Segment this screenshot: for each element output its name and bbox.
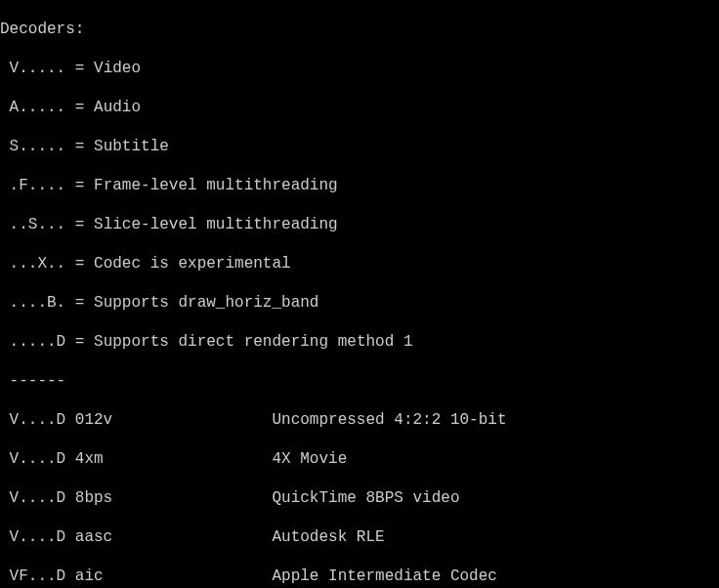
legend-line: ...X.. = Codec is experimental xyxy=(0,254,719,273)
legend-line: .....D = Supports direct rendering metho… xyxy=(0,332,719,352)
terminal-output: Decoders: V..... = Video A..... = Audio … xyxy=(0,0,719,588)
legend-line: ..S... = Slice-level multithreading xyxy=(0,215,719,234)
decoder-row: V....D 012v Uncompressed 4:2:2 10-bit xyxy=(0,410,719,430)
decoder-desc: Apple Intermediate Codec xyxy=(272,567,496,585)
decoder-row: V....D 4xm 4X Movie xyxy=(0,449,719,469)
legend-line: V..... = Video xyxy=(0,59,719,78)
legend-desc: Supports direct rendering method 1 xyxy=(94,333,412,351)
decoder-desc: Uncompressed 4:2:2 10-bit xyxy=(272,411,506,429)
decoder-row: V....D aasc Autodesk RLE xyxy=(0,527,719,547)
decoder-flags: VF...D xyxy=(0,567,75,585)
legend-flags: ...X.. xyxy=(0,255,65,273)
legend-flags: .F.... xyxy=(0,177,65,194)
legend-desc: Codec is experimental xyxy=(94,255,291,273)
legend-eq: = xyxy=(65,333,94,351)
legend-eq: = xyxy=(65,99,94,116)
separator-line: ------ xyxy=(0,371,719,391)
decoder-flags: V....D xyxy=(0,450,75,468)
legend-eq: = xyxy=(65,177,94,194)
legend-desc: Slice-level multithreading xyxy=(94,216,338,233)
decoder-name: 8bps xyxy=(75,489,273,507)
decoder-name: 4xm xyxy=(75,450,273,468)
decoder-flags: V....D xyxy=(0,489,75,507)
legend-line: A..... = Audio xyxy=(0,98,719,117)
decoder-flags: V....D xyxy=(0,528,75,546)
legend-eq: = xyxy=(65,60,94,77)
legend-flags: ....B. xyxy=(0,294,65,312)
legend-eq: = xyxy=(65,255,94,273)
decoder-desc: 4X Movie xyxy=(272,450,347,468)
legend-line: ....B. = Supports draw_horiz_band xyxy=(0,293,719,313)
legend-line: S..... = Subtitle xyxy=(0,137,719,156)
decoder-name: aasc xyxy=(75,528,273,546)
legend-line: .F.... = Frame-level multithreading xyxy=(0,176,719,195)
legend-desc: Supports draw_horiz_band xyxy=(94,294,318,312)
legend-desc: Subtitle xyxy=(94,138,169,155)
legend-flags: .....D xyxy=(0,333,65,351)
legend-eq: = xyxy=(65,294,94,312)
legend-desc: Frame-level multithreading xyxy=(94,177,338,194)
decoder-name: aic xyxy=(75,567,273,585)
decoder-desc: Autodesk RLE xyxy=(272,528,384,546)
legend-eq: = xyxy=(65,216,94,233)
legend-flags: V..... xyxy=(0,60,65,77)
decoders-title: Decoders: xyxy=(0,20,719,39)
legend-flags: ..S... xyxy=(0,216,65,233)
decoder-desc: QuickTime 8BPS video xyxy=(272,489,459,507)
legend-flags: S..... xyxy=(0,138,65,155)
decoder-row: V....D 8bps QuickTime 8BPS video xyxy=(0,488,719,508)
decoder-flags: V....D xyxy=(0,411,75,429)
legend-desc: Video xyxy=(94,60,141,77)
decoder-name: 012v xyxy=(75,411,273,429)
legend-desc: Audio xyxy=(94,99,141,116)
legend-eq: = xyxy=(65,138,94,155)
legend-flags: A..... xyxy=(0,99,65,116)
decoder-row: VF...D aic Apple Intermediate Codec xyxy=(0,567,719,586)
